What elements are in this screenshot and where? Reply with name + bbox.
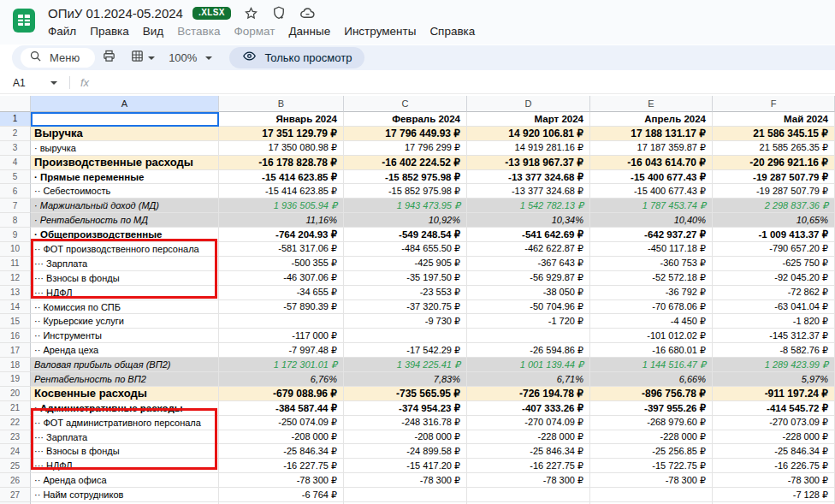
sheet-cell[interactable]: -625 750 ₽	[713, 257, 835, 271]
sheet-cell[interactable]: 17 188 131.17 ₽	[590, 127, 713, 141]
sheet-cell[interactable]: -34 655 ₽	[219, 286, 344, 300]
sheet-cell[interactable]: · выручка	[31, 141, 219, 156]
sheet-cell[interactable]: -56 929.87 ₽	[467, 271, 590, 286]
sheet-cell[interactable]: -19 287 507.79 ₽	[713, 184, 835, 199]
sheet-cell[interactable]: -268 979.60 ₽	[590, 416, 713, 430]
sheet-cell[interactable]: -92 045.20 ₽	[713, 271, 835, 286]
sheet-cell[interactable]: 6,71%	[467, 372, 590, 387]
sheet-cell[interactable]: -4 450 ₽	[590, 314, 713, 329]
row-header[interactable]: 11	[0, 257, 31, 271]
sheet-cell[interactable]: Апрель 2024	[590, 112, 713, 127]
grid-view-button[interactable]	[123, 48, 162, 68]
sheet-cell[interactable]: -78 300 ₽	[467, 473, 590, 488]
sheet-cell[interactable]: -37 320.75 ₽	[344, 300, 467, 315]
sheet-cell[interactable]: -270 073.09 ₽	[713, 416, 835, 430]
row-header[interactable]: 7	[0, 199, 31, 213]
sheet-cell[interactable]: ··· Зарплата	[31, 430, 219, 445]
sheet-cell[interactable]: -208 000 ₽	[219, 430, 344, 445]
sheet-cell[interactable]: -13 918 967.37 ₽	[467, 156, 590, 170]
column-header-B[interactable]: B	[219, 96, 344, 112]
sheet-cell[interactable]: ··· НДФЛ	[31, 459, 219, 473]
sheet-cell[interactable]: ·· Аренда офиса	[31, 473, 219, 488]
sheet-cell[interactable]	[590, 488, 713, 502]
row-header[interactable]: 15	[0, 314, 31, 329]
menu-item-edit[interactable]: Правка	[83, 22, 136, 40]
sheet-cell[interactable]: 1 394 225.41 ₽	[344, 358, 467, 372]
sheet-cell[interactable]: 1 936 505.94 ₽	[219, 199, 344, 213]
column-header-E[interactable]: E	[590, 96, 713, 112]
column-header-D[interactable]: D	[467, 96, 590, 112]
sheet-cell[interactable]: 1 943 473.95 ₽	[344, 199, 467, 213]
sheet-cell[interactable]: Март 2024	[467, 112, 590, 127]
sheet-cell[interactable]: Выручка	[31, 127, 219, 141]
row-header[interactable]: 8	[0, 213, 31, 228]
sheet-cell[interactable]: -397 955.26 ₽	[590, 401, 713, 416]
sheet-cell[interactable]: -384 587.44 ₽	[219, 401, 344, 416]
sheet-cell[interactable]: 1 172 301.01 ₽	[219, 358, 344, 372]
sheet-cell[interactable]: -78 300 ₽	[344, 473, 467, 488]
sheet-cell[interactable]: -16 178 828.78 ₽	[219, 156, 344, 170]
sheet-cell[interactable]: -25 846.34 ₽	[219, 444, 344, 459]
view-only-chip[interactable]: Только просмотр	[229, 47, 364, 68]
sheet-cell[interactable]: -228 000 ₽	[467, 430, 590, 445]
sheet-cell[interactable]: · Прямые переменные	[31, 170, 219, 185]
row-header[interactable]: 26	[0, 473, 31, 488]
sheet-cell[interactable]: ·· Себестоимость	[31, 184, 219, 199]
sheet-cell[interactable]: -25 256.85 ₽	[590, 444, 713, 459]
sheet-cell[interactable]: 21 586 345.15 ₽	[713, 127, 835, 141]
sheet-cell[interactable]: 5,97%	[713, 372, 835, 387]
sheet-cell[interactable]: -228 000 ₽	[713, 430, 835, 445]
sheet-cell[interactable]: -228 000 ₽	[590, 430, 713, 445]
sheet-cell[interactable]: ·· ФОТ производственного персонала	[31, 242, 219, 257]
sheet-cell[interactable]: Февраль 2024	[344, 112, 467, 127]
sheet-cell[interactable]: ·· ФОТ административного персонала	[31, 416, 219, 430]
sheet-cell[interactable]	[467, 329, 590, 343]
star-icon[interactable]	[244, 6, 258, 21]
menu-item-file[interactable]: Файл	[41, 22, 83, 40]
sheet-cell[interactable]: 6,66%	[590, 372, 713, 387]
sheet-cell[interactable]: -208 000 ₽	[344, 430, 467, 445]
menu-search-button[interactable]: Меню	[21, 48, 95, 68]
sheet-cell[interactable]: 1 289 423.99 ₽	[713, 358, 835, 372]
sheet-cell[interactable]: 1 001 139.44 ₽	[467, 358, 590, 372]
sheet-cell[interactable]: ·· Комиссия по СПБ	[31, 300, 219, 315]
row-header[interactable]: 21	[0, 401, 31, 416]
sheet-cell[interactable]: 14 919 281.16 ₽	[467, 141, 590, 156]
sheet-cell[interactable]: -6 764 ₽	[219, 488, 344, 502]
sheet-cell[interactable]: -78 300 ₽	[713, 473, 835, 488]
row-header[interactable]: 6	[0, 184, 31, 199]
sheet-cell[interactable]: -549 248.54 ₽	[344, 228, 467, 242]
sheet-cell[interactable]: · Общепроизводственные	[31, 228, 219, 242]
sheet-cell[interactable]: -581 317.06 ₽	[219, 242, 344, 257]
sheet-cell[interactable]: -1 820 ₽	[713, 314, 835, 329]
sheet-cell[interactable]: -23 553 ₽	[344, 286, 467, 300]
sheet-cell[interactable]: Валовая прибыль общая (ВП2)	[31, 358, 219, 372]
sheet-cell[interactable]: -367 643 ₽	[467, 257, 590, 271]
menu-item-tools[interactable]: Инструменты	[337, 22, 423, 40]
menu-item-data[interactable]: Данные	[281, 22, 337, 40]
sheet-cell[interactable]: -72 862 ₽	[713, 286, 835, 300]
sheet-cell[interactable]: · Административные расходы	[31, 401, 219, 416]
sheet-cell[interactable]: -70 678.06 ₽	[590, 300, 713, 315]
sheet-cell[interactable]: 6,76%	[219, 372, 344, 387]
sheet-cell[interactable]: -790 657.20 ₽	[713, 242, 835, 257]
sheet-cell[interactable]: -15 400 677.43 ₽	[590, 170, 713, 185]
sheet-cell[interactable]: -425 905 ₽	[344, 257, 467, 271]
sheet-cell[interactable]: -450 117.18 ₽	[590, 242, 713, 257]
sheet-cell[interactable]: -764 204.93 ₽	[219, 228, 344, 242]
sheet-cell[interactable]: -38 050 ₽	[467, 286, 590, 300]
sheet-cell[interactable]	[344, 329, 467, 343]
sheet-cell[interactable]: -407 333.26 ₽	[467, 401, 590, 416]
sheet-cell[interactable]: -360 753 ₽	[590, 257, 713, 271]
sheet-cell[interactable]: 17 187 359.87 ₽	[590, 141, 713, 156]
sheet-cell[interactable]: -1 009 413.37 ₽	[713, 228, 835, 242]
name-box-caret-icon[interactable]	[50, 81, 57, 85]
sheet-cell[interactable]: 17 350 080.98 ₽	[219, 141, 344, 156]
print-button[interactable]	[95, 48, 123, 68]
row-header[interactable]: 4	[0, 156, 31, 170]
sheet-cell[interactable]: 1 787 453.74 ₽	[590, 199, 713, 213]
column-header-C[interactable]: C	[344, 96, 467, 112]
sheet-cell[interactable]: 7,83%	[344, 372, 467, 387]
sheet-cell[interactable]: -78 300 ₽	[590, 473, 713, 488]
sheet-cell[interactable]: -541 642.69 ₽	[467, 228, 590, 242]
